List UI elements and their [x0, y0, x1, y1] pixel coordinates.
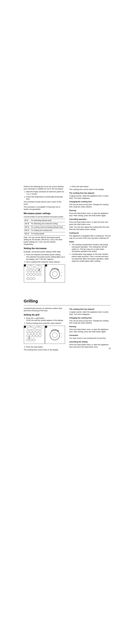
svg-point-14 — [33, 269, 35, 272]
setting-step-1: Press the required microwave power setti… — [26, 254, 65, 260]
table-row: 90 W For defrosting delicate foods — [24, 219, 65, 222]
grill-cancel-heading: Cancelling the setting — [69, 341, 111, 343]
changing-text: This can be done at any time. Change the… — [69, 204, 111, 208]
right-column: Press the start button. The cooking time… — [69, 185, 111, 284]
grill-icon — [34, 318, 36, 319]
grill-panel-illustration: 1 2 stop start 90 180 36 — [24, 326, 65, 344]
step-2: Check the temperature occasionally durin… — [26, 196, 65, 200]
svg-text:180: 180 — [30, 333, 32, 334]
desc-cell: For cooking meat and heating delicate fo… — [30, 226, 65, 229]
svg-text:1: 1 — [25, 326, 25, 328]
grill-changing-heading: Changing the cooking time — [69, 317, 111, 319]
grill-countdown: The cooking time counts down in the disp… — [24, 349, 65, 351]
svg-point-31 — [50, 269, 60, 279]
svg-point-67 — [50, 330, 60, 340]
svg-rect-37 — [45, 326, 65, 344]
power-cell: 600 W — [24, 229, 30, 232]
power-cell: 360 W — [24, 226, 30, 229]
svg-point-59 — [36, 334, 38, 337]
svg-text:i: i — [28, 278, 28, 279]
svg-text:800: 800 — [39, 272, 41, 273]
intro-text: Perform the following test if you are un… — [24, 186, 65, 190]
svg-text:360: 360 — [33, 272, 35, 273]
control-panel-illustration: 1 2 stop start 90 — [24, 264, 65, 283]
svg-text:360: 360 — [33, 333, 35, 334]
table-row: 360 W For cooking meat and heating delic… — [24, 226, 65, 229]
result-cold: The ovenware should still be cold or war… — [24, 201, 65, 205]
changing-heading: Changing the cooking time — [69, 201, 111, 203]
pausing-text: Press the Stop button once, or open the … — [69, 212, 111, 217]
elapsed-text: A signal sounds. Open the appliance door… — [69, 195, 111, 200]
table-row: 180 W For defrosting and continued cooki… — [24, 222, 65, 226]
page-number: 25 — [109, 348, 111, 350]
power-settings-table: 90 W For defrosting delicate foods 180 W… — [24, 219, 65, 236]
grill-step-3: Press the start button. — [26, 346, 65, 348]
grill-elapsed-text: A signal sounds. Open the appliance door… — [69, 311, 111, 316]
grill-desc: A powerful grill ensures an intensive su… — [24, 307, 65, 312]
notes-heading: Notes — [69, 241, 111, 243]
svg-text:90: 90 — [28, 272, 28, 273]
page-container: Perform the following test if you are un… — [0, 0, 129, 644]
svg-point-47 — [30, 330, 32, 333]
setting-grill-heading: Setting the grill — [24, 314, 65, 316]
svg-point-22 — [27, 273, 29, 276]
svg-point-56 — [27, 334, 29, 337]
svg-text:start: start — [38, 264, 39, 266]
svg-text:600: 600 — [36, 333, 38, 334]
notes-list: The cooking compartment remains cold dur… — [69, 244, 111, 262]
svg-point-46 — [27, 330, 29, 333]
cooling-text: The appliance is equipped with a cooling… — [69, 235, 111, 239]
grill-step-2: Set the cooking time using the rotary se… — [26, 322, 65, 324]
svg-text:2: 2 — [46, 326, 47, 328]
svg-rect-6 — [27, 266, 34, 268]
upper-content: Perform the following test if you are un… — [24, 185, 111, 284]
adjust-note: Note: You can also adjust the cooking ti… — [69, 226, 111, 230]
svg-text:stop: stop — [30, 326, 31, 327]
example-text: Example: microwave power setting of 600 … — [24, 251, 65, 253]
setting-steps: Press the required microwave power setti… — [24, 254, 65, 263]
svg-point-13 — [30, 269, 32, 272]
grill-correction-heading: Correction — [69, 334, 111, 336]
svg-point-32 — [52, 272, 57, 276]
power-cell: 180 W — [24, 222, 30, 226]
power-cell: 800 W — [24, 232, 30, 236]
svg-point-66 — [33, 338, 35, 341]
svg-text:90: 90 — [28, 333, 28, 334]
svg-point-57 — [30, 334, 32, 337]
svg-point-23 — [30, 273, 32, 276]
grill-diagram: 1 2 stop start 90 180 36 — [24, 326, 65, 345]
note-2: Condensation may appear on the door wind… — [72, 253, 111, 262]
grill-cancel-text: Press the Stop button twice, or open the… — [69, 344, 111, 348]
desc-cell: For defrosting and continued cooking — [30, 222, 65, 226]
power-cell: 90 W — [24, 219, 30, 222]
power-settings-desc: Use the button to set the desired microw… — [24, 216, 65, 218]
step-1: Heat the empty ovenware at maximum power… — [26, 191, 65, 195]
step-text-a: Press the — [26, 317, 34, 319]
svg-point-60 — [39, 334, 41, 337]
svg-text:600: 600 — [36, 272, 38, 273]
svg-point-65 — [30, 338, 32, 341]
grilling-heading: Grilling — [24, 298, 111, 304]
grill-pausing-text: Press the Stop button once, or open the … — [69, 328, 111, 333]
grill-correction-text: You may correct a set cooking time at an… — [69, 337, 111, 340]
grill-left-column: A powerful grill ensures an intensive su… — [24, 307, 65, 352]
svg-point-24 — [33, 273, 35, 276]
power-note: Note: You can set the 800 W microwave po… — [24, 236, 65, 246]
svg-rect-8 — [35, 266, 42, 268]
left-column: Perform the following test if you are un… — [24, 185, 65, 284]
svg-rect-1 — [45, 264, 65, 282]
step-3: Press the start button. — [72, 186, 111, 188]
cooling-heading: Cooling fan — [69, 232, 111, 234]
countdown-text: The cooking time counts down in the disp… — [69, 188, 111, 191]
grill-steps: Press the grill button. 10:00 min and th… — [24, 317, 65, 324]
svg-marker-62 — [29, 336, 30, 338]
desc-cell: For heating and cooking food — [30, 229, 65, 232]
divider — [24, 305, 111, 306]
table-row: 800 W For heating liquids — [24, 232, 65, 236]
svg-text:800: 800 — [39, 333, 41, 334]
desc-cell: For defrosting delicate foods — [30, 219, 65, 222]
svg-text:kg: kg — [61, 275, 62, 276]
svg-text:2: 2 — [46, 265, 47, 266]
svg-text:stop: stop — [30, 264, 31, 266]
svg-point-29 — [30, 278, 32, 280]
